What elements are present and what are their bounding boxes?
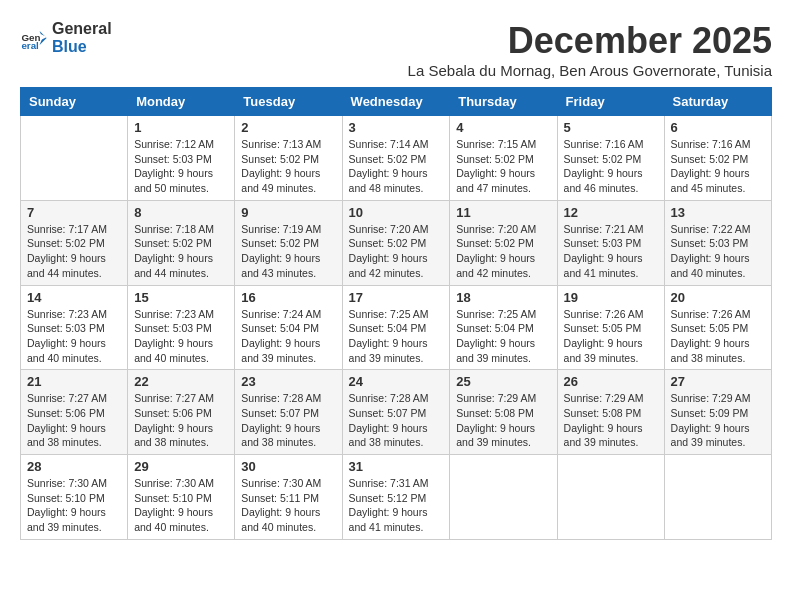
- day-number: 14: [27, 290, 121, 305]
- header-tuesday: Tuesday: [235, 88, 342, 116]
- day-info: Sunrise: 7:23 AM Sunset: 5:03 PM Dayligh…: [134, 307, 228, 366]
- day-number: 31: [349, 459, 444, 474]
- calendar-cell: 31Sunrise: 7:31 AM Sunset: 5:12 PM Dayli…: [342, 455, 450, 540]
- header-friday: Friday: [557, 88, 664, 116]
- day-info: Sunrise: 7:14 AM Sunset: 5:02 PM Dayligh…: [349, 137, 444, 196]
- calendar-cell: 29Sunrise: 7:30 AM Sunset: 5:10 PM Dayli…: [128, 455, 235, 540]
- calendar-table: SundayMondayTuesdayWednesdayThursdayFrid…: [20, 87, 772, 540]
- calendar-cell: [450, 455, 557, 540]
- day-number: 20: [671, 290, 765, 305]
- day-info: Sunrise: 7:15 AM Sunset: 5:02 PM Dayligh…: [456, 137, 550, 196]
- day-info: Sunrise: 7:17 AM Sunset: 5:02 PM Dayligh…: [27, 222, 121, 281]
- calendar-cell: 30Sunrise: 7:30 AM Sunset: 5:11 PM Dayli…: [235, 455, 342, 540]
- day-number: 13: [671, 205, 765, 220]
- day-number: 12: [564, 205, 658, 220]
- day-number: 24: [349, 374, 444, 389]
- header-wednesday: Wednesday: [342, 88, 450, 116]
- day-number: 3: [349, 120, 444, 135]
- calendar-cell: 16Sunrise: 7:24 AM Sunset: 5:04 PM Dayli…: [235, 285, 342, 370]
- day-number: 28: [27, 459, 121, 474]
- calendar-week-3: 14Sunrise: 7:23 AM Sunset: 5:03 PM Dayli…: [21, 285, 772, 370]
- day-info: Sunrise: 7:24 AM Sunset: 5:04 PM Dayligh…: [241, 307, 335, 366]
- calendar-cell: 14Sunrise: 7:23 AM Sunset: 5:03 PM Dayli…: [21, 285, 128, 370]
- calendar-week-5: 28Sunrise: 7:30 AM Sunset: 5:10 PM Dayli…: [21, 455, 772, 540]
- logo-icon: Gen eral ▶: [20, 24, 48, 52]
- logo-line2: Blue: [52, 38, 112, 56]
- day-info: Sunrise: 7:21 AM Sunset: 5:03 PM Dayligh…: [564, 222, 658, 281]
- day-info: Sunrise: 7:28 AM Sunset: 5:07 PM Dayligh…: [241, 391, 335, 450]
- day-number: 25: [456, 374, 550, 389]
- calendar-cell: 17Sunrise: 7:25 AM Sunset: 5:04 PM Dayli…: [342, 285, 450, 370]
- day-info: Sunrise: 7:30 AM Sunset: 5:10 PM Dayligh…: [27, 476, 121, 535]
- day-info: Sunrise: 7:26 AM Sunset: 5:05 PM Dayligh…: [564, 307, 658, 366]
- calendar-week-2: 7Sunrise: 7:17 AM Sunset: 5:02 PM Daylig…: [21, 200, 772, 285]
- calendar-cell: 8Sunrise: 7:18 AM Sunset: 5:02 PM Daylig…: [128, 200, 235, 285]
- day-info: Sunrise: 7:29 AM Sunset: 5:08 PM Dayligh…: [456, 391, 550, 450]
- day-info: Sunrise: 7:27 AM Sunset: 5:06 PM Dayligh…: [27, 391, 121, 450]
- day-info: Sunrise: 7:28 AM Sunset: 5:07 PM Dayligh…: [349, 391, 444, 450]
- calendar-cell: 12Sunrise: 7:21 AM Sunset: 5:03 PM Dayli…: [557, 200, 664, 285]
- header-saturday: Saturday: [664, 88, 771, 116]
- day-number: 5: [564, 120, 658, 135]
- calendar-cell: 11Sunrise: 7:20 AM Sunset: 5:02 PM Dayli…: [450, 200, 557, 285]
- day-info: Sunrise: 7:25 AM Sunset: 5:04 PM Dayligh…: [349, 307, 444, 366]
- day-number: 6: [671, 120, 765, 135]
- day-info: Sunrise: 7:26 AM Sunset: 5:05 PM Dayligh…: [671, 307, 765, 366]
- svg-text:eral: eral: [21, 40, 39, 51]
- day-info: Sunrise: 7:31 AM Sunset: 5:12 PM Dayligh…: [349, 476, 444, 535]
- calendar-cell: 28Sunrise: 7:30 AM Sunset: 5:10 PM Dayli…: [21, 455, 128, 540]
- day-info: Sunrise: 7:22 AM Sunset: 5:03 PM Dayligh…: [671, 222, 765, 281]
- calendar-week-4: 21Sunrise: 7:27 AM Sunset: 5:06 PM Dayli…: [21, 370, 772, 455]
- calendar-cell: 25Sunrise: 7:29 AM Sunset: 5:08 PM Dayli…: [450, 370, 557, 455]
- day-number: 9: [241, 205, 335, 220]
- day-info: Sunrise: 7:23 AM Sunset: 5:03 PM Dayligh…: [27, 307, 121, 366]
- calendar-cell: 9Sunrise: 7:19 AM Sunset: 5:02 PM Daylig…: [235, 200, 342, 285]
- day-info: Sunrise: 7:19 AM Sunset: 5:02 PM Dayligh…: [241, 222, 335, 281]
- day-number: 11: [456, 205, 550, 220]
- day-info: Sunrise: 7:20 AM Sunset: 5:02 PM Dayligh…: [349, 222, 444, 281]
- calendar-cell: 27Sunrise: 7:29 AM Sunset: 5:09 PM Dayli…: [664, 370, 771, 455]
- title-block: December 2025 La Sebala du Mornag, Ben A…: [408, 20, 772, 79]
- day-number: 23: [241, 374, 335, 389]
- day-info: Sunrise: 7:30 AM Sunset: 5:10 PM Dayligh…: [134, 476, 228, 535]
- svg-text:▶: ▶: [41, 33, 47, 40]
- day-number: 22: [134, 374, 228, 389]
- day-info: Sunrise: 7:30 AM Sunset: 5:11 PM Dayligh…: [241, 476, 335, 535]
- calendar-cell: 24Sunrise: 7:28 AM Sunset: 5:07 PM Dayli…: [342, 370, 450, 455]
- day-info: Sunrise: 7:29 AM Sunset: 5:08 PM Dayligh…: [564, 391, 658, 450]
- header-monday: Monday: [128, 88, 235, 116]
- day-number: 29: [134, 459, 228, 474]
- day-number: 17: [349, 290, 444, 305]
- day-number: 15: [134, 290, 228, 305]
- day-info: Sunrise: 7:25 AM Sunset: 5:04 PM Dayligh…: [456, 307, 550, 366]
- calendar-cell: 1Sunrise: 7:12 AM Sunset: 5:03 PM Daylig…: [128, 116, 235, 201]
- day-number: 4: [456, 120, 550, 135]
- calendar-cell: 13Sunrise: 7:22 AM Sunset: 5:03 PM Dayli…: [664, 200, 771, 285]
- subtitle: La Sebala du Mornag, Ben Arous Governora…: [408, 62, 772, 79]
- day-number: 7: [27, 205, 121, 220]
- day-number: 1: [134, 120, 228, 135]
- day-number: 30: [241, 459, 335, 474]
- day-number: 19: [564, 290, 658, 305]
- day-info: Sunrise: 7:18 AM Sunset: 5:02 PM Dayligh…: [134, 222, 228, 281]
- calendar-week-1: 1Sunrise: 7:12 AM Sunset: 5:03 PM Daylig…: [21, 116, 772, 201]
- calendar-cell: 20Sunrise: 7:26 AM Sunset: 5:05 PM Dayli…: [664, 285, 771, 370]
- day-number: 10: [349, 205, 444, 220]
- logo-line1: General: [52, 20, 112, 38]
- calendar-cell: 18Sunrise: 7:25 AM Sunset: 5:04 PM Dayli…: [450, 285, 557, 370]
- calendar-cell: 7Sunrise: 7:17 AM Sunset: 5:02 PM Daylig…: [21, 200, 128, 285]
- day-number: 26: [564, 374, 658, 389]
- day-info: Sunrise: 7:13 AM Sunset: 5:02 PM Dayligh…: [241, 137, 335, 196]
- calendar-cell: 6Sunrise: 7:16 AM Sunset: 5:02 PM Daylig…: [664, 116, 771, 201]
- calendar-cell: 19Sunrise: 7:26 AM Sunset: 5:05 PM Dayli…: [557, 285, 664, 370]
- day-info: Sunrise: 7:20 AM Sunset: 5:02 PM Dayligh…: [456, 222, 550, 281]
- calendar-cell: 3Sunrise: 7:14 AM Sunset: 5:02 PM Daylig…: [342, 116, 450, 201]
- calendar-cell: 2Sunrise: 7:13 AM Sunset: 5:02 PM Daylig…: [235, 116, 342, 201]
- header-thursday: Thursday: [450, 88, 557, 116]
- calendar-cell: 10Sunrise: 7:20 AM Sunset: 5:02 PM Dayli…: [342, 200, 450, 285]
- day-info: Sunrise: 7:29 AM Sunset: 5:09 PM Dayligh…: [671, 391, 765, 450]
- day-info: Sunrise: 7:16 AM Sunset: 5:02 PM Dayligh…: [564, 137, 658, 196]
- calendar-cell: 5Sunrise: 7:16 AM Sunset: 5:02 PM Daylig…: [557, 116, 664, 201]
- calendar-cell: [21, 116, 128, 201]
- logo: Gen eral ▶ General Blue: [20, 20, 112, 55]
